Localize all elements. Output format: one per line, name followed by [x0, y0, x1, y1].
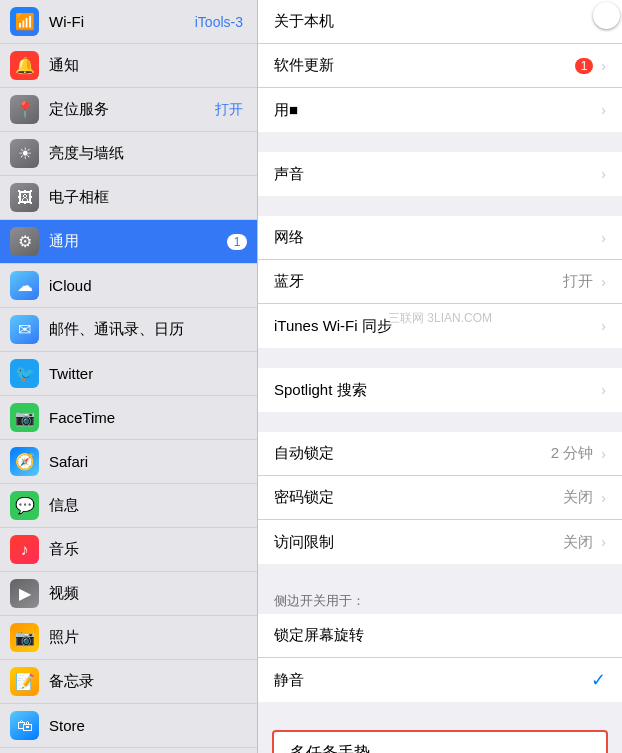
messages-icon: 💬	[10, 491, 39, 520]
itunes-wifi-label: iTunes Wi-Fi 同步	[274, 317, 601, 336]
network-row[interactable]: 网络 ›	[258, 216, 622, 260]
location-icon: 📍	[10, 95, 39, 124]
itunes-wifi-row[interactable]: iTunes Wi-Fi 同步 ›	[258, 304, 622, 348]
sidebar-item-label-general: 通用	[49, 232, 227, 251]
side-switch-section: 锁定屏幕旋转 静音 ✓	[258, 614, 622, 702]
sidebar-item-mail[interactable]: ✉邮件、通讯录、日历	[0, 308, 257, 352]
restrictions-row[interactable]: 访问限制 关闭 ›	[258, 520, 622, 564]
icloud-icon: ☁	[10, 271, 39, 300]
sidebar-item-photo[interactable]: 🖼电子相框	[0, 176, 257, 220]
sidebar-item-notes[interactable]: 📝备忘录	[0, 660, 257, 704]
brightness-icon: ☀	[10, 139, 39, 168]
sidebar-item-general[interactable]: ⚙通用1	[0, 220, 257, 264]
sidebar-item-badge-general: 1	[227, 234, 247, 250]
spotlight-section: Spotlight 搜索 ›	[258, 368, 622, 412]
sidebar-item-label-store: Store	[49, 717, 247, 734]
mail-icon: ✉	[10, 315, 39, 344]
multitask-row[interactable]: 多任务手势	[274, 732, 606, 753]
sidebar-item-label-twitter: Twitter	[49, 365, 247, 382]
restrictions-arrow: ›	[601, 534, 606, 550]
lock-rotation-label: 锁定屏幕旋转	[274, 626, 606, 645]
lock-rotation-row[interactable]: 锁定屏幕旋转	[258, 614, 622, 658]
auto-lock-arrow: ›	[601, 446, 606, 462]
bluetooth-value: 打开	[563, 272, 593, 291]
sidebar-item-label-icloud: iCloud	[49, 277, 247, 294]
notify-icon: 🔔	[10, 51, 39, 80]
sidebar-item-brightness[interactable]: ☀亮度与墙纸	[0, 132, 257, 176]
sidebar-item-twitter[interactable]: 🐦Twitter	[0, 352, 257, 396]
auto-lock-row[interactable]: 自动锁定 2 分钟 ›	[258, 432, 622, 476]
network-arrow: ›	[601, 230, 606, 246]
sidebar-item-label-messages: 信息	[49, 496, 247, 515]
software-update-label: 软件更新	[274, 56, 575, 75]
settings-container: 📶Wi-FiiTools-3🔔通知📍定位服务打开☀亮度与墙纸🖼电子相框⚙通用1☁…	[0, 0, 622, 753]
sidebar-item-label-notify: 通知	[49, 56, 247, 75]
sidebar-item-label-brightness: 亮度与墙纸	[49, 144, 247, 163]
sidebar: 📶Wi-FiiTools-3🔔通知📍定位服务打开☀亮度与墙纸🖼电子相框⚙通用1☁…	[0, 0, 258, 753]
sidebar-item-safari[interactable]: 🧭Safari	[0, 440, 257, 484]
software-update-arrow: ›	[601, 58, 606, 74]
sidebar-item-location[interactable]: 📍定位服务打开	[0, 88, 257, 132]
passcode-arrow: ›	[601, 490, 606, 506]
bluetooth-arrow: ›	[601, 274, 606, 290]
sound-row[interactable]: 声音 ›	[258, 152, 622, 196]
spotlight-label: Spotlight 搜索	[274, 381, 601, 400]
multitask-section: 多任务手势 使用四或五个手指:• 还合本区到主屏幕• 向上推送来显示多任务栏• …	[272, 730, 608, 753]
restrictions-label: 访问限制	[274, 533, 563, 552]
passcode-value: 关闭	[563, 488, 593, 507]
sidebar-item-store[interactable]: 🛍Store	[0, 704, 257, 748]
sidebar-item-wifi[interactable]: 📶Wi-FiiTools-3	[0, 0, 257, 44]
software-update-badge: 1	[575, 58, 594, 74]
right-panel-inner: 关于本机 › 软件更新 1 › 用■ › 声音 ›	[258, 0, 622, 753]
passcode-label: 密码锁定	[274, 488, 563, 507]
spotlight-row[interactable]: Spotlight 搜索 ›	[258, 368, 622, 412]
sidebar-item-music[interactable]: ♪音乐	[0, 528, 257, 572]
silent-row[interactable]: 静音 ✓	[258, 658, 622, 702]
bluetooth-row[interactable]: 蓝牙 打开 ›	[258, 260, 622, 304]
itunes-wifi-arrow: ›	[601, 318, 606, 334]
auto-lock-value: 2 分钟	[551, 444, 594, 463]
sound-arrow: ›	[601, 166, 606, 182]
sidebar-item-video[interactable]: ▶视频	[0, 572, 257, 616]
sidebar-item-label-location: 定位服务	[49, 100, 215, 119]
network-section: 网络 › 蓝牙 打开 › iTunes Wi-Fi 同步 ›	[258, 216, 622, 348]
sidebar-item-value-wifi: iTools-3	[195, 14, 243, 30]
notes-icon: 📝	[10, 667, 39, 696]
software-update-row[interactable]: 软件更新 1 ›	[258, 44, 622, 88]
multitask-label: 多任务手势	[290, 743, 370, 753]
sidebar-item-value-location: 打开	[215, 101, 243, 119]
sidebar-item-label-photo: 电子相框	[49, 188, 247, 207]
multitask-container: 多任务手势 使用四或五个手指:• 还合本区到主屏幕• 向上推送来显示多任务栏• …	[258, 722, 622, 753]
bluetooth-label: 蓝牙	[274, 272, 563, 291]
sidebar-item-icloud[interactable]: ☁iCloud	[0, 264, 257, 308]
sidebar-item-developer[interactable]: 🔧开发者	[0, 748, 257, 753]
sidebar-item-messages[interactable]: 💬信息	[0, 484, 257, 528]
twitter-icon: 🐦	[10, 359, 39, 388]
safari-icon: 🧭	[10, 447, 39, 476]
lock-section: 自动锁定 2 分钟 › 密码锁定 关闭 › 访问限制 关闭 ›	[258, 432, 622, 564]
sidebar-item-label-photos: 照片	[49, 628, 247, 647]
right-panel: 关于本机 › 软件更新 1 › 用■ › 声音 ›	[258, 0, 622, 753]
sidebar-item-facetime[interactable]: 📷FaceTime	[0, 396, 257, 440]
photo-icon: 🖼	[10, 183, 39, 212]
sidebar-item-label-safari: Safari	[49, 453, 247, 470]
about-row[interactable]: 关于本机 ›	[258, 0, 622, 44]
general-icon: ⚙	[10, 227, 39, 256]
facetime-icon: 📷	[10, 403, 39, 432]
sidebar-item-label-facetime: FaceTime	[49, 409, 247, 426]
photos-icon: 📷	[10, 623, 39, 652]
silent-check-icon: ✓	[591, 669, 606, 691]
sidebar-item-label-notes: 备忘录	[49, 672, 247, 691]
side-switch-header: 侧边开关用于：	[258, 584, 622, 614]
toggle-knob	[593, 2, 620, 29]
sidebar-item-photos[interactable]: 📷照片	[0, 616, 257, 660]
usage-label: 用■	[274, 101, 601, 120]
sidebar-item-label-video: 视频	[49, 584, 247, 603]
restrictions-value: 关闭	[563, 533, 593, 552]
passcode-row[interactable]: 密码锁定 关闭 ›	[258, 476, 622, 520]
sidebar-item-notify[interactable]: 🔔通知	[0, 44, 257, 88]
sidebar-item-label-wifi: Wi-Fi	[49, 13, 195, 30]
usage-row[interactable]: 用■ ›	[258, 88, 622, 132]
sound-label: 声音	[274, 165, 601, 184]
usage-arrow: ›	[601, 102, 606, 118]
